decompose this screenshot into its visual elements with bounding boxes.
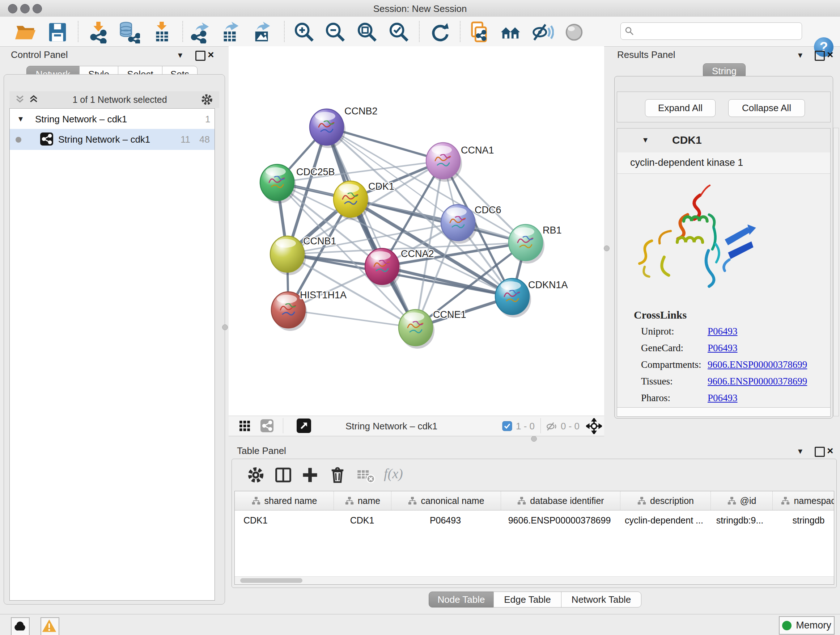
column-header-description[interactable]: description — [621, 491, 711, 510]
table-row[interactable]: CDK1CDK1P064939606.ENSP00000378699cyclin… — [235, 510, 834, 530]
tab-edge-table[interactable]: Edge Table — [493, 592, 561, 608]
memory-label: Memory — [796, 620, 831, 631]
table-cell[interactable]: P06493 — [391, 510, 500, 530]
table-panel-close-icon[interactable]: × — [827, 445, 834, 457]
network-view-icon[interactable] — [261, 419, 273, 432]
column-header-canonical-name[interactable]: canonical name — [392, 491, 501, 510]
crosslink-link[interactable]: P06493 — [707, 326, 737, 337]
function-builder-icon[interactable]: f(x) — [384, 466, 403, 481]
network-node-CCNB2[interactable] — [309, 109, 346, 148]
add-column-icon[interactable] — [301, 466, 319, 485]
table-hscroll-thumb[interactable] — [240, 578, 302, 583]
table-panel-menu-icon[interactable]: ▾ — [798, 446, 802, 456]
expand-all-button[interactable]: Expand All — [645, 99, 715, 117]
crosslink-link[interactable]: P06493 — [707, 393, 737, 404]
cloud-status-chip[interactable] — [11, 617, 30, 635]
control-panel-float-icon[interactable] — [195, 51, 205, 61]
network-canvas[interactable]: CCNB2CCNA1CDC25BCDK1CDC6RB1CCNB1CCNA2CDK… — [229, 46, 604, 416]
left-splitter-handle[interactable] — [222, 325, 228, 330]
network-node-CCNA1[interactable] — [426, 143, 462, 182]
column-header--id[interactable]: @id — [711, 491, 773, 510]
results-panel-menu-icon[interactable]: ▾ — [798, 50, 802, 60]
crosslink-link[interactable]: P06493 — [707, 342, 737, 354]
table-cell[interactable]: stringdb:9... — [709, 510, 771, 530]
zoom-selected-icon[interactable] — [388, 21, 410, 43]
delete-column-icon[interactable] — [328, 466, 347, 485]
zoom-fit-icon[interactable] — [356, 21, 378, 43]
results-scrollbar[interactable] — [833, 128, 839, 416]
bottom-splitter-handle[interactable] — [531, 436, 537, 442]
crosslink-label: Tissues: — [641, 376, 673, 387]
collapse-all-icon[interactable] — [14, 94, 25, 105]
search-input[interactable] — [638, 24, 798, 37]
open-session-icon[interactable] — [14, 21, 37, 43]
network-row-selected[interactable]: String Network – cdk1 11 48 — [10, 129, 215, 150]
import-table-icon[interactable] — [150, 21, 173, 43]
network-node-CDKN1A[interactable] — [495, 279, 531, 318]
table-cell[interactable]: 9606.ENSP00000378699 — [500, 510, 619, 530]
network-edge-CCNE1-HIST1H1A[interactable] — [288, 310, 416, 328]
hidden-eye-icon[interactable] — [546, 420, 558, 432]
gene-collapse-icon[interactable]: ▾ — [643, 135, 647, 145]
network-collection-row[interactable]: ▾ String Network – cdk1 1 — [10, 109, 215, 130]
results-panel-close-icon[interactable]: × — [827, 49, 834, 61]
save-session-icon[interactable] — [46, 21, 69, 43]
collapse-all-button[interactable]: Collapse All — [728, 99, 805, 117]
network-node-CCNA2[interactable] — [365, 249, 401, 287]
hide-graphics-details-icon[interactable] — [531, 21, 554, 43]
export-table-icon[interactable] — [219, 21, 242, 43]
crosslink-link[interactable]: 9606.ENSP00000378699 — [707, 376, 807, 387]
column-header-database-identifier[interactable]: database identifier — [501, 491, 621, 510]
network-from-selection-icon[interactable] — [468, 21, 490, 43]
network-node-CCNE1[interactable] — [399, 310, 434, 348]
network-node-CDK1[interactable] — [333, 181, 369, 220]
control-panel-close-icon[interactable]: × — [208, 49, 214, 61]
selected-checkbox-icon[interactable] — [502, 421, 512, 431]
table-cell[interactable]: CDK1 — [333, 510, 391, 530]
birdseye-view-icon[interactable] — [500, 21, 522, 43]
network-node-RB1[interactable] — [508, 225, 545, 264]
gene-description-row: cyclin-dependent kinase 1 — [617, 152, 830, 174]
export-image-icon[interactable] — [251, 21, 273, 43]
show-graphics-details-icon[interactable] — [563, 21, 585, 43]
table-cell[interactable]: cyclin-dependent ... — [619, 510, 709, 530]
delete-table-icon[interactable] — [356, 466, 375, 485]
show-columns-icon[interactable] — [274, 466, 293, 485]
gear-icon[interactable] — [201, 93, 213, 106]
apply-layout-icon[interactable] — [428, 21, 451, 43]
expand-all-icon[interactable] — [28, 94, 39, 105]
table-panel-float-icon[interactable] — [815, 447, 825, 457]
import-network-icon[interactable] — [87, 21, 110, 43]
network-graph[interactable]: CCNB2CCNA1CDC25BCDK1CDC6RB1CCNB1CCNA2CDK… — [229, 46, 604, 416]
search-field[interactable] — [621, 22, 802, 40]
results-panel-title: Results Panel — [617, 49, 675, 60]
tab-network-table[interactable]: Network Table — [561, 592, 641, 608]
network-label: String Network – cdk1 — [58, 134, 150, 145]
detach-view-icon[interactable] — [297, 418, 311, 433]
results-hscroll[interactable] — [617, 407, 830, 416]
memory-button[interactable]: Memory — [779, 616, 835, 635]
gene-header-row[interactable]: ▾ CDK1 — [617, 128, 830, 153]
import-database-icon[interactable] — [118, 21, 140, 43]
control-panel-menu-icon[interactable]: ▾ — [178, 50, 182, 60]
table-hscrollbar[interactable] — [235, 576, 834, 584]
column-header-namespace[interactable]: namespace — [773, 491, 834, 510]
grid-view-icon[interactable] — [239, 420, 251, 432]
zoom-in-icon[interactable] — [293, 21, 316, 43]
table-cell[interactable]: stringdb — [771, 510, 834, 530]
zoom-out-icon[interactable] — [324, 21, 347, 43]
tab-node-table[interactable]: Node Table — [429, 592, 494, 608]
node-label-CCNA1: CCNA1 — [461, 145, 494, 156]
warning-status-chip[interactable] — [41, 617, 59, 635]
birdseye-toggle-icon[interactable] — [586, 418, 602, 434]
crosslink-link[interactable]: 9606.ENSP00000378699 — [707, 359, 807, 371]
column-header-name[interactable]: name — [334, 491, 392, 510]
crosslink-label: Uniprot: — [641, 326, 674, 337]
column-header-shared-name[interactable]: shared name — [235, 491, 334, 510]
collection-expand-icon[interactable]: ▾ — [19, 114, 23, 124]
export-network-icon[interactable] — [188, 21, 211, 43]
table-gear-icon[interactable] — [246, 466, 265, 485]
table-cell[interactable]: CDK1 — [235, 510, 333, 530]
results-panel-float-icon[interactable] — [815, 51, 825, 61]
network-node-CDC25B[interactable] — [260, 165, 296, 203]
